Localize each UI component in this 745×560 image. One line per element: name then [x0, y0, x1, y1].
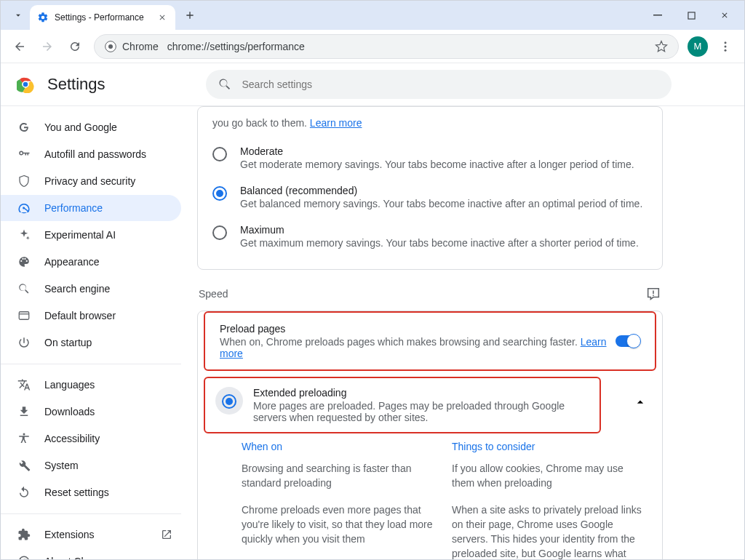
- radio-unchecked-icon[interactable]: [212, 225, 227, 240]
- settings-search[interactable]: [206, 70, 672, 99]
- sidebar-item-downloads[interactable]: Downloads: [1, 399, 181, 425]
- sidebar-item-reset[interactable]: Reset settings: [1, 479, 181, 505]
- reload-icon: [68, 40, 81, 53]
- memory-learn-more-link[interactable]: Learn more: [310, 117, 362, 129]
- reset-icon: [17, 486, 31, 499]
- extended-preloading-highlight: Extended preloading More pages are prelo…: [204, 377, 601, 433]
- profile-avatar[interactable]: M: [688, 36, 708, 57]
- accessibility-icon: [17, 432, 31, 445]
- svg-rect-1: [688, 12, 694, 18]
- memory-option-balanced[interactable]: Balanced (recommended)Get balanced memor…: [212, 177, 648, 217]
- preload-highlight: Preload pages When on, Chrome preloads p…: [204, 311, 656, 371]
- content-scroll[interactable]: you go back to them. Learn more Moderate…: [187, 106, 744, 559]
- sidebar-item-about[interactable]: About Chrome: [1, 548, 181, 559]
- minimize-icon: [653, 11, 662, 20]
- sidebar-item-search-engine[interactable]: Search engine: [1, 276, 181, 302]
- reload-button[interactable]: [63, 35, 87, 58]
- send-feedback-button[interactable]: [645, 286, 661, 302]
- svg-point-5: [725, 45, 727, 47]
- power-icon: [17, 336, 31, 349]
- back-button[interactable]: [8, 35, 31, 58]
- sidebar-item-appearance[interactable]: Appearance: [1, 249, 181, 275]
- chrome-logo-icon: [17, 76, 34, 93]
- key-icon: [17, 148, 31, 161]
- browser-menu-button[interactable]: [714, 35, 737, 58]
- search-icon: [218, 77, 232, 92]
- translate-icon: [17, 378, 31, 391]
- plus-icon: [184, 9, 196, 21]
- svg-point-4: [725, 41, 727, 44]
- preload-toggle-row[interactable]: Preload pages When on, Chrome preloads p…: [205, 313, 655, 369]
- tab-strip: Settings - Performance: [1, 1, 744, 30]
- shield-icon: [17, 175, 31, 188]
- palette-icon: [17, 255, 31, 268]
- svg-point-6: [725, 49, 727, 51]
- tab-close-button[interactable]: [156, 12, 168, 23]
- address-bar[interactable]: Chrome: [94, 34, 679, 59]
- when-on-heading: When on: [242, 441, 434, 452]
- svg-rect-12: [19, 312, 29, 320]
- site-chip-label: Chrome: [122, 41, 159, 52]
- sidebar-item-accessibility[interactable]: Accessibility: [1, 425, 181, 452]
- sparkle-icon: [17, 228, 31, 241]
- radio-unchecked-icon[interactable]: [212, 147, 227, 161]
- sidebar-item-you-and-google[interactable]: You and Google: [1, 114, 181, 140]
- memory-option-moderate[interactable]: ModerateGet moderate memory savings. You…: [212, 138, 648, 177]
- memory-option-maximum[interactable]: MaximumGet maximum memory savings. Your …: [212, 217, 648, 256]
- radio-checked-wrap[interactable]: [215, 387, 243, 415]
- star-icon: [655, 40, 668, 53]
- window-maximize-button[interactable]: [674, 4, 708, 27]
- kebab-icon: [719, 40, 732, 53]
- arrow-left-icon: [13, 40, 26, 53]
- close-icon: [720, 11, 729, 20]
- chrome-icon: [105, 41, 116, 52]
- settings-header: Settings: [1, 63, 744, 105]
- sidebar-item-privacy[interactable]: Privacy and security: [1, 168, 181, 194]
- browser-toolbar: Chrome M: [1, 30, 744, 63]
- new-tab-button[interactable]: [180, 5, 200, 25]
- sidebar-item-on-startup[interactable]: On startup: [1, 329, 181, 356]
- radio-checked-icon[interactable]: [212, 186, 227, 201]
- sidebar-item-extensions[interactable]: Extensions: [1, 521, 181, 548]
- active-tab[interactable]: Settings - Performance: [30, 5, 175, 30]
- google-g-icon: [17, 121, 31, 134]
- close-icon: [158, 13, 167, 22]
- window-close-button[interactable]: [708, 4, 741, 27]
- speedometer-icon: [17, 201, 31, 215]
- things-to-consider-heading: Things to consider: [452, 441, 645, 452]
- radio-checked-icon: [222, 394, 236, 409]
- bookmark-button[interactable]: [655, 40, 668, 53]
- sidebar-item-default-browser[interactable]: Default browser: [1, 303, 181, 329]
- site-chip: Chrome: [105, 41, 159, 52]
- wrench-icon: [17, 459, 31, 472]
- collapse-button[interactable]: [629, 395, 662, 409]
- extension-icon: [17, 528, 31, 541]
- settings-sidebar: You and Google Autofill and passwords Pr…: [1, 106, 187, 559]
- chevron-up-icon: [633, 395, 648, 409]
- gear-icon: [37, 12, 49, 23]
- tab-search-button[interactable]: [8, 5, 28, 25]
- chrome-outline-icon: [17, 555, 31, 559]
- sidebar-item-system[interactable]: System: [1, 452, 181, 479]
- browser-window: Settings - Performance Chrome M: [0, 0, 745, 560]
- sidebar-item-performance[interactable]: Performance: [1, 195, 181, 221]
- svg-point-17: [653, 295, 654, 296]
- search-icon: [17, 282, 31, 295]
- sidebar-item-autofill[interactable]: Autofill and passwords: [1, 141, 181, 167]
- extended-details: When on Browsing and searching is faster…: [198, 433, 662, 559]
- window-controls: [641, 1, 741, 30]
- settings-body: You and Google Autofill and passwords Pr…: [1, 105, 744, 559]
- feedback-icon: [645, 286, 661, 302]
- svg-rect-0: [653, 15, 662, 16]
- preload-card: Preload pages When on, Chrome preloads p…: [197, 311, 663, 559]
- sidebar-item-experimental-ai[interactable]: Experimental AI: [1, 222, 181, 248]
- preload-toggle[interactable]: [615, 335, 640, 347]
- window-minimize-button[interactable]: [641, 4, 674, 27]
- forward-button[interactable]: [36, 35, 59, 58]
- svg-point-3: [108, 44, 113, 49]
- url-input[interactable]: [166, 40, 648, 53]
- memory-saver-card: you go back to them. Learn more Moderate…: [197, 106, 663, 270]
- tab-title: Settings - Performance: [55, 12, 151, 23]
- sidebar-item-languages[interactable]: Languages: [1, 372, 181, 398]
- settings-search-input[interactable]: [241, 78, 660, 91]
